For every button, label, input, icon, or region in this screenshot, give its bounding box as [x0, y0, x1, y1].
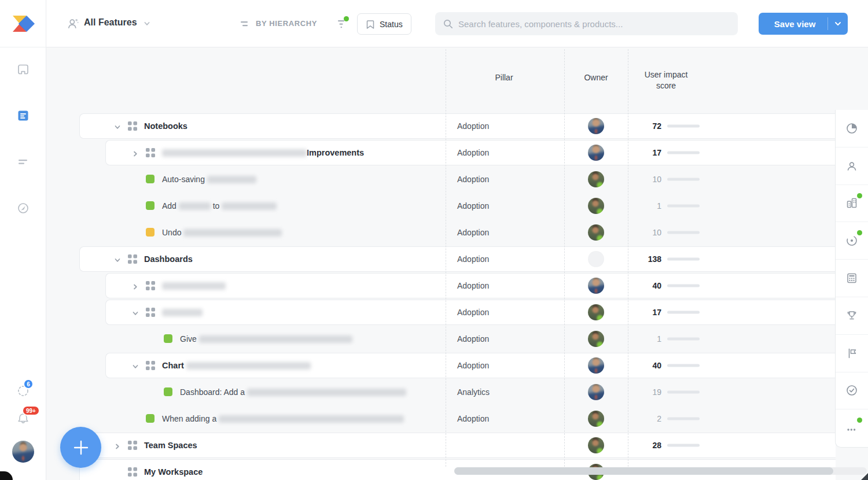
row-name[interactable]: Auto-saving	[162, 175, 256, 184]
status-button[interactable]: Status	[357, 13, 411, 35]
expand-chevron-icon[interactable]	[132, 149, 139, 156]
search-input[interactable]	[458, 19, 713, 29]
row-name[interactable]	[162, 308, 203, 317]
collapse-chevron-icon[interactable]	[114, 123, 121, 130]
row-name[interactable]: Add to	[162, 201, 277, 211]
notifications-bell-icon[interactable]: 99+	[16, 411, 30, 425]
pillar-cell[interactable]: Adoption	[457, 334, 489, 344]
row-name[interactable]: Improvements	[162, 148, 364, 157]
group-mode-label[interactable]: BY HIERARCHY	[256, 19, 317, 28]
row-name[interactable]: Dashboard: Add a	[180, 387, 406, 397]
sidebar-item-features[interactable]	[16, 109, 30, 123]
owner-avatar-photo	[588, 304, 604, 320]
row-name[interactable]: My Workspace	[144, 467, 203, 477]
owner-avatar[interactable]	[588, 384, 604, 400]
owner-avatar[interactable]	[588, 224, 604, 241]
pillar-cell[interactable]: Adoption	[457, 361, 489, 370]
owner-avatar[interactable]	[588, 171, 604, 187]
save-view-button[interactable]: Save view	[759, 13, 848, 35]
add-feature-fab-button[interactable]	[60, 427, 101, 468]
activity-icon[interactable]: 6	[16, 383, 30, 397]
owner-avatar[interactable]	[588, 145, 604, 161]
pillar-cell[interactable]: Adoption	[457, 281, 489, 290]
owner-avatar-photo	[588, 224, 604, 241]
table-row[interactable]: Add to Adoption1	[46, 193, 868, 219]
table-row[interactable]: ImprovementsAdoption17	[46, 139, 868, 166]
panel-item-pie-chart[interactable]	[836, 110, 868, 147]
row-name[interactable]: When adding a	[162, 414, 404, 423]
table-row[interactable]: Team Spaces28	[46, 432, 868, 459]
row-name[interactable]	[162, 281, 226, 290]
hierarchy-icon[interactable]	[240, 19, 252, 30]
component-grid-icon	[128, 254, 137, 264]
pillar-cell[interactable]: Adoption	[457, 414, 489, 423]
app-logo[interactable]	[0, 0, 46, 47]
component-grid-icon	[128, 121, 137, 131]
pillar-cell[interactable]: Analytics	[457, 387, 490, 397]
owner-avatar[interactable]	[588, 304, 604, 320]
pillar-cell[interactable]: Adoption	[457, 254, 489, 264]
productboard-logo-icon	[11, 12, 35, 36]
panel-item-more-dots[interactable]	[836, 409, 868, 447]
pillar-cell[interactable]: Adoption	[457, 121, 489, 131]
panel-item-check-circle[interactable]	[836, 372, 868, 410]
owner-avatar[interactable]	[588, 118, 604, 134]
pillar-cell[interactable]: Adoption	[457, 308, 489, 317]
expand-chevron-icon[interactable]	[132, 282, 139, 289]
table-row[interactable]: Adoption17	[46, 299, 868, 326]
pillar-cell[interactable]: Adoption	[457, 148, 489, 157]
owner-avatar[interactable]	[588, 251, 604, 267]
horizontal-scrollbar-thumb[interactable]	[454, 467, 833, 475]
owner-avatar[interactable]	[588, 278, 604, 294]
row-name[interactable]: Chart	[162, 361, 311, 370]
collapse-chevron-icon[interactable]	[132, 309, 139, 316]
owner-avatar[interactable]	[588, 198, 604, 214]
table-row[interactable]: DashboardsAdoption138	[46, 246, 868, 272]
table-row[interactable]: Undo Adoption10	[46, 219, 868, 246]
table-row[interactable]: Chart Adoption40	[46, 352, 868, 379]
panel-item-company[interactable]	[836, 185, 868, 223]
owner-avatar[interactable]	[588, 331, 604, 347]
user-avatar[interactable]	[12, 441, 34, 463]
sidebar-item-roadmap[interactable]	[16, 155, 30, 169]
column-header-owner[interactable]: Owner	[584, 73, 608, 82]
owner-avatar[interactable]	[588, 411, 604, 427]
panel-item-trophy[interactable]	[836, 297, 868, 335]
column-header-pillar[interactable]: Pillar	[495, 73, 513, 82]
user-impact-score-value: 138	[615, 254, 661, 264]
row-name[interactable]: Undo	[162, 228, 282, 237]
table-row[interactable]: NotebooksAdoption72	[46, 113, 868, 139]
pillar-cell[interactable]: Adoption	[457, 175, 489, 184]
view-title[interactable]: All Features	[84, 17, 137, 28]
search-box[interactable]	[435, 12, 738, 35]
table-row[interactable]: Auto-saving Adoption10	[46, 166, 868, 193]
panel-item-user[interactable]	[836, 147, 868, 185]
expand-chevron-icon[interactable]	[114, 442, 121, 449]
user-impact-score-value: 17	[615, 308, 661, 317]
pillar-cell[interactable]: Adoption	[457, 201, 489, 211]
table-row[interactable]: Dashboard: Add a Analytics19	[46, 379, 868, 405]
row-name-text: to	[211, 201, 222, 211]
sidebar-item-launch[interactable]	[16, 201, 30, 215]
owner-avatar[interactable]	[588, 357, 604, 374]
table-row[interactable]: Adoption40	[46, 272, 868, 299]
panel-item-segment[interactable]	[836, 222, 868, 260]
horizontal-scrollbar-track[interactable]	[454, 467, 867, 475]
table-row[interactable]: When adding a Adoption2	[46, 405, 868, 432]
feature-status-green-icon	[164, 387, 173, 397]
table-row[interactable]: Give Adoption1	[46, 326, 868, 352]
collapse-chevron-icon[interactable]	[114, 256, 121, 263]
save-view-caret-icon[interactable]	[828, 21, 848, 27]
view-title-caret-icon[interactable]	[144, 21, 150, 27]
row-name[interactable]: Dashboards	[144, 254, 193, 264]
pillar-cell[interactable]: Adoption	[457, 228, 489, 237]
sidebar-item-portal[interactable]	[16, 62, 30, 76]
owner-avatar[interactable]	[588, 437, 604, 453]
row-name[interactable]: Team Spaces	[144, 441, 197, 450]
panel-item-flag[interactable]	[836, 335, 868, 372]
collapse-chevron-icon[interactable]	[132, 362, 139, 369]
column-header-user-impact-score[interactable]: User impact score	[634, 69, 698, 91]
row-name[interactable]: Give	[180, 334, 352, 344]
row-name[interactable]: Notebooks	[144, 121, 187, 131]
panel-item-calculator[interactable]	[836, 260, 868, 297]
